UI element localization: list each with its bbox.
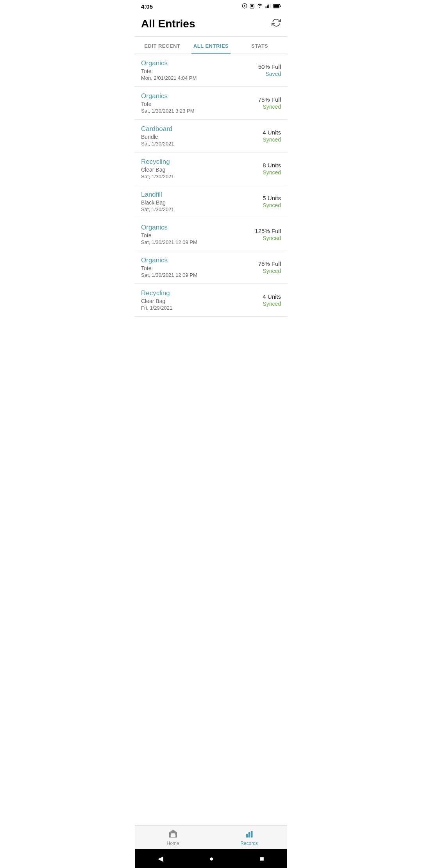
entry-amount: 5 Units <box>263 195 281 201</box>
status-icons <box>242 3 281 10</box>
entries-list: Organics Tote Mon, 2/01/2021 4:04 PM 50%… <box>135 54 287 317</box>
entry-amount: 75% Full <box>258 96 281 103</box>
entry-type: Tote <box>141 101 195 107</box>
media-icon <box>242 3 247 10</box>
entry-status: Synced <box>263 104 281 110</box>
svg-rect-8 <box>270 4 270 8</box>
entry-status: Synced <box>263 301 281 307</box>
entry-category: Cardboard <box>141 125 174 133</box>
entry-amount: 8 Units <box>263 162 281 169</box>
table-row[interactable]: Recycling Clear Bag Fri, 1/29/2021 4 Uni… <box>135 284 287 317</box>
svg-rect-11 <box>274 5 279 7</box>
entry-amount: 125% Full <box>255 228 281 234</box>
entry-status: Synced <box>263 235 281 241</box>
battery-icon <box>273 4 281 10</box>
svg-rect-6 <box>267 5 268 8</box>
svg-rect-3 <box>251 5 253 7</box>
entry-status: Synced <box>263 136 281 143</box>
entry-type: Black Bag <box>141 199 174 206</box>
entry-category: Organics <box>141 256 197 264</box>
entry-type: Clear Bag <box>141 298 172 304</box>
status-bar: 4:05 <box>135 0 287 13</box>
entry-date: Fri, 1/29/2021 <box>141 305 172 311</box>
entry-date: Mon, 2/01/2021 4:04 PM <box>141 75 197 81</box>
entry-category: Recycling <box>141 289 172 297</box>
table-row[interactable]: Organics Tote Sat, 1/30/2021 12:09 PM 75… <box>135 251 287 284</box>
entry-status: Saved <box>265 71 281 77</box>
table-row[interactable]: Recycling Clear Bag Sat, 1/30/2021 8 Uni… <box>135 152 287 185</box>
refresh-button[interactable] <box>272 18 281 30</box>
tab-bar: EDIT RECENT ALL ENTRIES STATS <box>135 37 287 54</box>
entry-category: Recycling <box>141 158 174 166</box>
svg-point-1 <box>244 5 245 7</box>
entry-type: Tote <box>141 68 197 74</box>
entry-category: Organics <box>141 92 195 100</box>
page-title: All Entries <box>141 18 195 30</box>
entry-status: Synced <box>263 202 281 208</box>
signal-icon <box>265 3 271 10</box>
entry-category: Landfill <box>141 191 174 199</box>
tab-edit-recent[interactable]: EDIT RECENT <box>138 37 187 54</box>
entry-type: Clear Bag <box>141 167 174 173</box>
table-row[interactable]: Organics Tote Mon, 2/01/2021 4:04 PM 50%… <box>135 54 287 87</box>
entry-amount: 4 Units <box>263 293 281 300</box>
svg-rect-10 <box>280 5 281 7</box>
entry-type: Tote <box>141 265 197 271</box>
svg-rect-5 <box>266 6 266 8</box>
table-row[interactable]: Cardboard Bundle Sat, 1/30/2021 4 Units … <box>135 120 287 152</box>
entry-status: Synced <box>263 169 281 176</box>
sim-icon <box>250 3 254 10</box>
table-row[interactable]: Organics Tote Sat, 1/30/2021 3:23 PM 75%… <box>135 87 287 120</box>
entry-status: Synced <box>263 268 281 274</box>
tab-stats[interactable]: STATS <box>235 37 284 54</box>
entry-date: Sat, 1/30/2021 <box>141 174 174 179</box>
table-row[interactable]: Landfill Black Bag Sat, 1/30/2021 5 Unit… <box>135 185 287 218</box>
page-header: All Entries <box>135 13 287 36</box>
entry-date: Sat, 1/30/2021 <box>141 141 174 147</box>
table-row[interactable]: Organics Tote Sat, 1/30/2021 12:09 PM 12… <box>135 218 287 251</box>
entry-amount: 75% Full <box>258 260 281 267</box>
status-time: 4:05 <box>141 3 153 10</box>
wifi-icon <box>257 3 263 10</box>
entry-date: Sat, 1/30/2021 3:23 PM <box>141 108 195 114</box>
entry-amount: 4 Units <box>263 129 281 136</box>
entry-amount: 50% Full <box>258 63 281 70</box>
svg-point-4 <box>259 7 260 8</box>
entry-type: Bundle <box>141 134 174 140</box>
entry-category: Organics <box>141 59 197 67</box>
entry-date: Sat, 1/30/2021 <box>141 206 174 212</box>
entry-category: Organics <box>141 224 197 231</box>
entry-type: Tote <box>141 232 197 239</box>
svg-rect-7 <box>268 5 269 8</box>
tab-all-entries[interactable]: ALL ENTRIES <box>187 37 236 54</box>
entry-date: Sat, 1/30/2021 12:09 PM <box>141 272 197 278</box>
entry-date: Sat, 1/30/2021 12:09 PM <box>141 239 197 245</box>
